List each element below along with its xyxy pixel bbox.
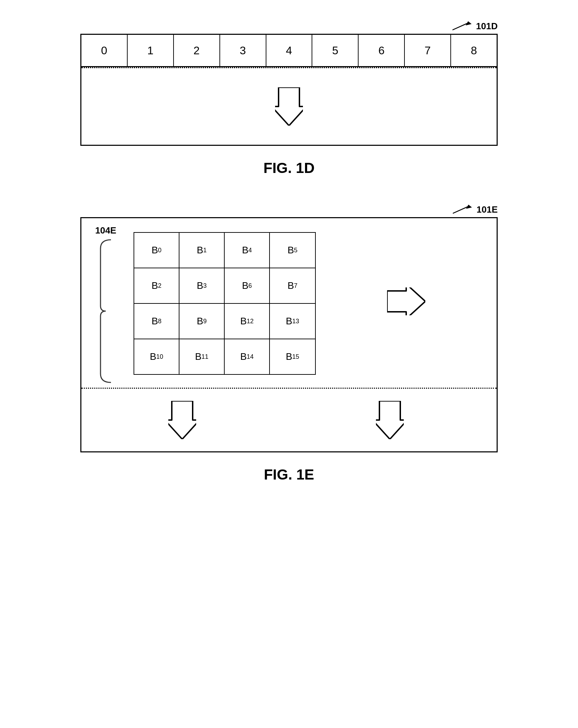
callout-arrow-1d	[452, 21, 473, 32]
fig1e-down-arrow-left	[168, 401, 196, 439]
fig1d-caption: FIG. 1D	[263, 160, 314, 176]
grid-row-1: B2 B3 B6 B7	[134, 268, 315, 304]
svg-line-0	[452, 23, 468, 30]
fig1d-cell-2: 2	[174, 35, 220, 66]
grid-cell-b5: B5	[270, 233, 315, 268]
fig1d-cell-0: 0	[81, 35, 128, 66]
fig1e-upper-area: 104E B0 B1 B4 B5	[81, 218, 497, 384]
svg-marker-5	[387, 287, 425, 315]
fig1e-brace-symbol	[99, 238, 113, 384]
fig1e-lower-right	[283, 401, 497, 439]
grid-row-3: B10 B11 B14 B15	[134, 339, 315, 374]
svg-line-3	[453, 206, 468, 213]
grid-cell-b6: B6	[225, 268, 270, 303]
fig1e-section: 101E 104E B0	[46, 204, 532, 483]
fig1e-lower-left	[81, 401, 283, 439]
fig1e-grid: B0 B1 B4 B5 B2 B3 B6 B7	[134, 232, 316, 375]
fig1d-cell-5: 5	[312, 35, 359, 66]
callout-arrow-1e	[453, 205, 474, 215]
svg-marker-2	[275, 87, 303, 126]
fig1d-label: 101D	[476, 21, 498, 32]
fig1e-lower-area	[81, 389, 497, 451]
grid-cell-b2: B2	[134, 268, 179, 303]
grid-cell-b1: B1	[179, 233, 225, 268]
grid-cell-b3: B3	[179, 268, 225, 303]
grid-cell-b11: B11	[179, 339, 225, 374]
grid-cell-b14: B14	[225, 339, 270, 374]
grid-cell-b7: B7	[270, 268, 315, 303]
fig1d-section: 101D 0 1 2 3 4 5 6 7 8	[46, 21, 532, 176]
svg-marker-6	[168, 401, 196, 439]
grid-cell-b4: B4	[225, 233, 270, 268]
fig1d-cell-6: 6	[359, 35, 405, 66]
fig1d-cell-7: 7	[405, 35, 451, 66]
svg-marker-7	[376, 401, 404, 439]
fig1d-bottom-area	[81, 68, 497, 145]
grid-cell-b12: B12	[225, 304, 270, 339]
fig1d-down-arrow	[275, 87, 303, 126]
fig1d-cell-4: 4	[266, 35, 313, 66]
grid-row-0: B0 B1 B4 B5	[134, 233, 315, 268]
grid-cell-b10: B10	[134, 339, 179, 374]
fig1e-right-area	[316, 218, 497, 384]
fig1d-top-row: 0 1 2 3 4 5 6 7 8	[81, 35, 497, 67]
fig1e-outer: 104E B0 B1 B4 B5	[80, 217, 498, 452]
fig1e-right-arrow	[387, 287, 425, 315]
fig1d-cell-8: 8	[451, 35, 497, 66]
fig1e-caption: FIG. 1E	[264, 466, 314, 483]
fig1d-cell-1: 1	[128, 35, 174, 66]
grid-cell-b9: B9	[179, 304, 225, 339]
grid-cell-b8: B8	[134, 304, 179, 339]
grid-cell-b15: B15	[270, 339, 315, 374]
fig1d-cell-3: 3	[220, 35, 266, 66]
fig1e-down-arrow-right	[376, 401, 404, 439]
fig1e-label: 101E	[476, 204, 498, 215]
page-container: 101D 0 1 2 3 4 5 6 7 8	[0, 0, 578, 728]
fig1d-diagram: 0 1 2 3 4 5 6 7 8	[80, 34, 498, 146]
fig1e-brace-label: 104E	[95, 225, 117, 236]
grid-cell-b13: B13	[270, 304, 315, 339]
grid-cell-b0: B0	[134, 233, 179, 268]
grid-row-2: B8 B9 B12 B13	[134, 304, 315, 339]
